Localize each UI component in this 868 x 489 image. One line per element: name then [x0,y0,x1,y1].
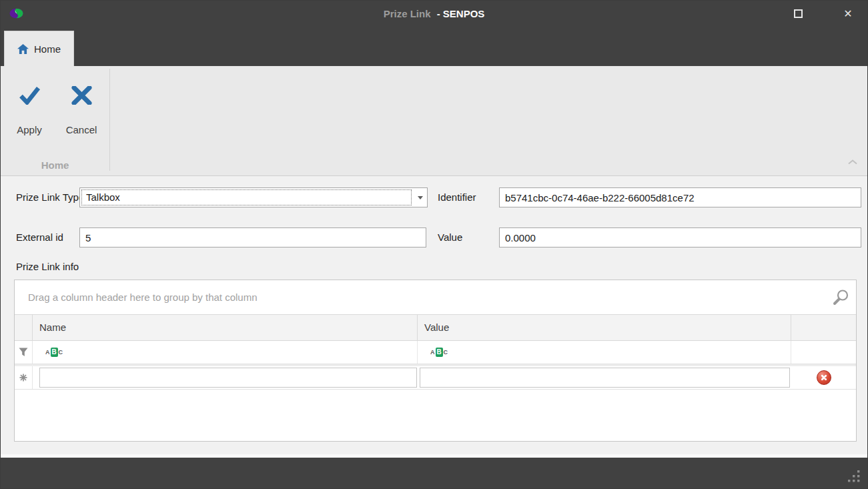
filter-type-abc-icon[interactable]: ABC [430,348,448,357]
abc-a: A [430,349,435,356]
status-bar [1,454,867,488]
row-indicator-header [15,315,33,340]
delete-row-button[interactable] [791,366,856,389]
combobox-dropdown-button[interactable] [413,188,427,207]
filter-funnel-icon [19,348,28,357]
window-title: Prize Link - SENPOS [1,1,867,27]
caret-down-icon [418,196,423,202]
identifier-field[interactable] [499,187,861,207]
prize-link-window: Prize Link - SENPOS ✕ Home Apply [0,0,868,489]
value-field[interactable] [499,227,861,248]
abc-a: A [45,349,50,356]
prize-link-type-value: Talkbox [86,188,120,207]
resize-grip[interactable] [848,470,861,482]
tab-home-label: Home [34,43,61,55]
new-row-value-editor[interactable] [420,368,790,388]
x-icon [71,86,93,105]
filter-cell-value[interactable]: ABC [418,341,791,364]
ribbon-group-separator [109,69,110,171]
title-bar: Prize Link - SENPOS ✕ [1,1,867,27]
prize-link-info-label: Prize Link info [16,261,79,272]
identifier-label: Identifier [438,187,476,207]
grid-filter-row: ABC ABC [15,341,856,364]
ribbon: Apply Cancel Home [1,66,867,176]
home-icon [17,44,29,54]
grid-new-item-row [15,366,856,390]
prize-link-type-label: Prize Link Type [16,187,84,207]
apply-button[interactable]: Apply [8,71,51,135]
maximize-icon [794,9,803,18]
ribbon-tab-strip: Home [1,27,867,66]
new-row-name-editor[interactable] [39,368,417,388]
column-header-actions [791,315,856,340]
close-icon: ✕ [833,1,863,27]
value-label: Value [438,227,462,248]
check-icon [19,86,41,105]
abc-c: C [59,349,63,356]
tab-home[interactable]: Home [4,31,74,66]
close-button[interactable]: ✕ [833,1,863,27]
maximize-button[interactable] [783,1,813,27]
focus-rect [81,189,412,205]
window-title-app: Prize Link [384,8,431,19]
ribbon-collapse-button[interactable] [844,156,861,168]
column-header-name[interactable]: Name [33,315,418,340]
delete-icon [817,370,831,385]
cancel-button[interactable]: Cancel [60,71,103,135]
external-id-label: External id [16,227,63,248]
group-by-hint: Drag a column header here to group by th… [28,280,258,314]
abc-b: B [51,348,58,357]
asterisk-icon [19,374,27,382]
apply-label: Apply [17,124,42,135]
filter-cell-actions [791,341,856,364]
filter-cell-name[interactable]: ABC [33,341,418,364]
ribbon-group-caption: Home [1,159,109,171]
search-icon[interactable] [832,289,849,306]
column-header-value[interactable]: Value [418,315,791,340]
prize-link-info-grid: Drag a column header here to group by th… [14,280,857,442]
new-row-indicator [15,366,33,389]
window-title-doc: - SENPOS [437,8,485,19]
abc-b: B [436,348,443,357]
cancel-label: Cancel [66,124,97,135]
group-by-panel[interactable]: Drag a column header here to group by th… [15,280,856,314]
external-id-field[interactable] [79,227,426,248]
chevron-up-icon [848,159,857,165]
grid-header-row: Name Value [15,314,856,341]
prize-link-type-combobox[interactable]: Talkbox [79,187,428,207]
filter-row-indicator [15,341,33,364]
filter-type-abc-icon[interactable]: ABC [45,348,63,357]
abc-c: C [444,349,448,356]
